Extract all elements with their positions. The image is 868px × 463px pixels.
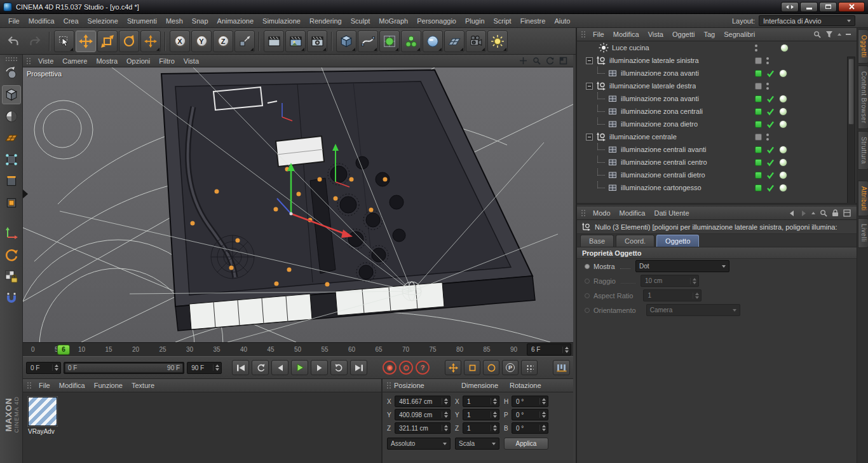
enable-axis-button[interactable] <box>2 224 21 243</box>
menu-sculpt[interactable]: Sculpt <box>346 15 375 27</box>
rotation-h-field[interactable]: 0 ° <box>512 396 548 407</box>
add-spline-button[interactable] <box>358 31 378 52</box>
tag-icon[interactable] <box>779 146 787 154</box>
menu-aiuto[interactable]: Aiuto <box>550 15 574 27</box>
position-mode-dropdown[interactable]: Assoluto <box>387 438 451 450</box>
om-menu-tag[interactable]: Tag <box>699 29 719 40</box>
layer-chip[interactable] <box>755 134 762 141</box>
render-flag-chip[interactable] <box>755 146 762 153</box>
tag-icon[interactable] <box>779 95 787 103</box>
panel-collapse-arrow[interactable] <box>23 190 28 198</box>
spinner[interactable] <box>539 425 546 431</box>
tree-row-luce-cucina[interactable]: Luce cucina <box>577 41 857 54</box>
viewport-menu-vista[interactable]: Vista <box>179 55 203 67</box>
om-menu-vista[interactable]: Vista <box>644 29 668 40</box>
key-scale-toggle[interactable] <box>464 360 480 375</box>
tree-row-zona-centrali[interactable]: illuminazione zona centrali <box>577 105 857 118</box>
spinner[interactable] <box>690 278 696 284</box>
add-floor-button[interactable] <box>444 31 465 52</box>
edges-mode-button[interactable] <box>2 172 21 191</box>
spinner[interactable] <box>539 411 546 418</box>
tag-icon[interactable] <box>779 120 787 128</box>
search-icon[interactable] <box>820 209 827 217</box>
tag-icon[interactable] <box>779 107 787 116</box>
make-editable-button[interactable] <box>2 64 21 83</box>
render-picture-viewer-button[interactable] <box>285 31 306 52</box>
render-flag-chip[interactable] <box>755 95 762 102</box>
render-flag-chip[interactable] <box>755 70 762 77</box>
coordinate-manager-grip[interactable] <box>386 381 391 390</box>
last-tool-button[interactable] <box>140 31 161 52</box>
check-icon[interactable] <box>766 120 775 128</box>
side-tab-attributi[interactable]: Attributi <box>858 181 868 216</box>
menu-script[interactable]: Script <box>489 15 516 27</box>
search-icon[interactable] <box>813 31 821 38</box>
spinner[interactable] <box>442 425 448 431</box>
viewport-menu-opzioni[interactable]: Opzioni <box>122 55 154 67</box>
spinner[interactable] <box>491 398 497 404</box>
dimension-z-field[interactable]: 1 <box>463 422 499 434</box>
minimize-button[interactable] <box>800 2 818 12</box>
spinner[interactable] <box>442 411 448 418</box>
mostra-dropdown[interactable]: Dot <box>635 260 729 272</box>
animation-dot[interactable] <box>585 264 590 269</box>
palette-grip[interactable] <box>5 57 18 61</box>
attribute-manager-grip[interactable] <box>580 209 586 218</box>
material-item[interactable]: VRayAdv <box>28 397 61 435</box>
side-tab-livelli[interactable]: Livelli <box>858 218 868 248</box>
check-icon[interactable] <box>766 146 775 154</box>
points-mode-button[interactable] <box>2 150 21 169</box>
range-thumb[interactable]: 0 F 90 F <box>65 363 183 373</box>
viewport-grip[interactable] <box>25 57 31 66</box>
add-subdivision-surface-button[interactable] <box>379 31 400 52</box>
menu-mesh[interactable]: Mesh <box>161 15 187 27</box>
layer-chip[interactable] <box>755 57 762 64</box>
key-pla-toggle[interactable] <box>521 360 538 375</box>
next-frame-button[interactable] <box>311 360 328 375</box>
add-environment-button[interactable] <box>423 31 443 52</box>
viewport-menu-viste[interactable]: Viste <box>34 55 58 67</box>
check-icon[interactable] <box>766 158 775 167</box>
am-menu-modifica[interactable]: Modifica <box>615 207 650 219</box>
dimension-y-field[interactable]: 1 <box>463 409 499 420</box>
tree-row-centrali-centro[interactable]: illuminazione centrali centro <box>577 156 857 169</box>
tab-oggetto[interactable]: Oggetto <box>656 235 699 247</box>
view-rotate-icon[interactable] <box>546 57 554 65</box>
texture-mode-button[interactable] <box>2 107 21 126</box>
range-start-field[interactable]: 0 F <box>26 362 61 374</box>
rotation-p-field[interactable]: 0 ° <box>512 409 548 420</box>
key-rotation-toggle[interactable] <box>483 360 499 375</box>
side-tab-struttura[interactable]: Struttura <box>858 131 868 170</box>
spinner[interactable] <box>491 425 497 431</box>
check-icon[interactable] <box>766 69 775 78</box>
spinner[interactable] <box>562 347 569 353</box>
menu-snap[interactable]: Snap <box>187 15 213 27</box>
goto-end-button[interactable] <box>350 360 367 375</box>
apply-button[interactable]: Applica <box>504 438 548 450</box>
scroll-up-icon[interactable] <box>837 33 841 36</box>
aspect-ratio-field[interactable]: 1 <box>643 289 702 301</box>
animation-dot[interactable] <box>585 279 590 284</box>
expand-toggle[interactable] <box>586 134 593 141</box>
om-menu-modifica[interactable]: Modifica <box>609 29 644 40</box>
om-menu-oggetti[interactable]: Oggetti <box>668 29 699 40</box>
close-button[interactable] <box>838 2 865 12</box>
tag-icon[interactable] <box>779 184 787 192</box>
expand-toggle[interactable] <box>586 83 593 90</box>
animation-dot[interactable] <box>585 293 590 298</box>
view-toggle-icon[interactable] <box>559 57 567 65</box>
tag-icon[interactable] <box>780 44 789 52</box>
redo-button[interactable] <box>25 31 45 52</box>
object-axis-mode-button[interactable] <box>2 245 21 265</box>
scrollbar-thumb[interactable] <box>848 59 854 125</box>
panel-layout-icon[interactable] <box>843 209 851 217</box>
add-light-button[interactable] <box>487 31 508 52</box>
keyframe-selection-button[interactable]: ? <box>416 361 430 375</box>
spinner[interactable] <box>539 398 546 404</box>
minimize-panel-icon[interactable] <box>846 34 851 35</box>
goto-start-button[interactable] <box>232 360 249 375</box>
position-z-field[interactable]: 321.11 cm <box>395 422 451 434</box>
material-menu-texture[interactable]: Texture <box>127 380 159 391</box>
menu-simulazione[interactable]: Simulazione <box>258 15 305 27</box>
autokey-button[interactable] <box>399 361 413 375</box>
